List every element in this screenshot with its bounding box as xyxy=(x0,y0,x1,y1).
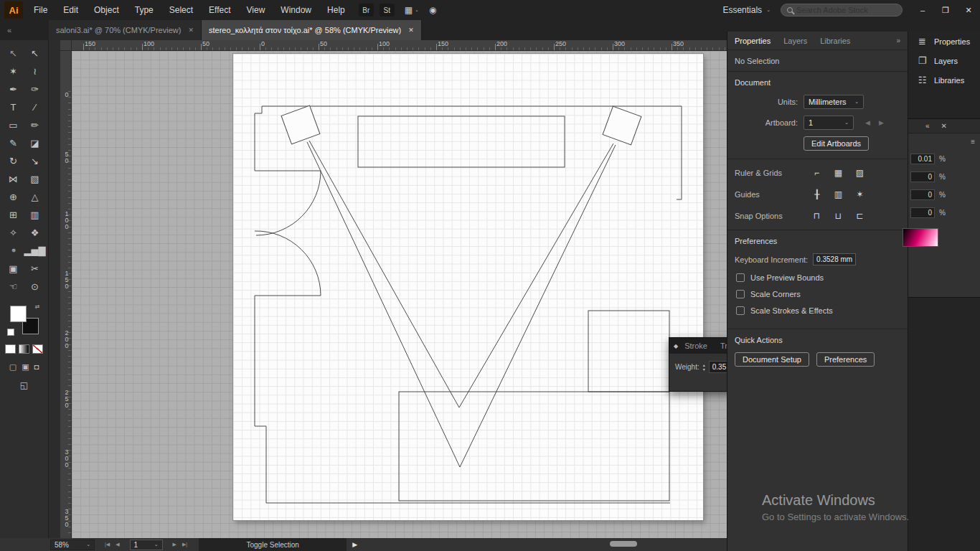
symbol-sprayer-tool[interactable]: ✵ xyxy=(3,242,24,260)
weight-stepper[interactable]: ▴ ▾ xyxy=(703,363,705,372)
menu-item[interactable]: Edit xyxy=(55,0,86,20)
show-grid-icon[interactable]: ▦ xyxy=(829,166,847,179)
fill-swatch[interactable] xyxy=(10,306,27,322)
close-tab-icon[interactable]: ✕ xyxy=(188,27,194,34)
draw-normal-icon[interactable]: ▢ xyxy=(9,362,17,372)
change-screen-mode-icon[interactable]: ◱ xyxy=(0,380,48,390)
dock-libraries[interactable]: ☷ Libraries xyxy=(908,70,980,90)
restore-button[interactable]: ❐ xyxy=(934,0,957,20)
collapse-dock-icon[interactable]: « xyxy=(0,20,19,40)
keyboard-increment-input[interactable]: 0.3528 mm xyxy=(813,253,856,265)
rotate-tool[interactable]: ↻ xyxy=(3,152,24,170)
gradient-button[interactable] xyxy=(19,344,29,354)
menu-item[interactable]: Object xyxy=(86,0,127,20)
gradient-tool[interactable]: ▥ xyxy=(24,206,46,224)
document-setup-button[interactable]: Document Setup xyxy=(735,352,809,367)
collapse-to-icons-icon[interactable]: « xyxy=(925,122,930,130)
horizontal-scrollbar[interactable] xyxy=(610,541,637,547)
previous-artboard-icon[interactable]: ◀ xyxy=(865,119,870,126)
menu-item[interactable]: Window xyxy=(273,0,319,20)
horizontal-ruler[interactable]: 15010050050100150200250300350 xyxy=(72,40,727,51)
eraser-tool[interactable]: ◪ xyxy=(24,134,46,152)
ruler-origin-corner[interactable] xyxy=(60,40,72,51)
workspace-switcher[interactable]: Essentials ⌄ xyxy=(722,5,771,15)
mesh-tool[interactable]: ⊞ xyxy=(3,206,24,224)
status-expand-icon[interactable]: ▶ xyxy=(352,541,357,548)
paintbrush-tool[interactable]: ✏ xyxy=(24,116,46,134)
color-value-input[interactable]: 0 xyxy=(910,189,935,200)
dock-properties[interactable]: ≣ Properties xyxy=(908,32,980,51)
adobe-stock-search[interactable] xyxy=(781,4,903,17)
snap-to-grid-icon[interactable]: ⊓ xyxy=(808,209,826,222)
previous-artboard-button[interactable]: ◀ xyxy=(116,542,119,547)
first-artboard-button[interactable]: |◀ xyxy=(105,542,110,547)
close-tab-icon[interactable]: ✕ xyxy=(408,27,414,34)
selection-tool[interactable]: ↖ xyxy=(3,44,24,62)
color-value-input[interactable]: 0.01 xyxy=(910,154,935,164)
panel-menu-icon[interactable]: ≡ xyxy=(971,138,975,146)
hand-tool[interactable]: ☜ xyxy=(3,278,24,296)
zoom-dropdown[interactable]: 58% ⌄ xyxy=(50,540,95,550)
checkbox[interactable] xyxy=(736,273,745,282)
vertical-ruler[interactable]: 050100150200250300350 xyxy=(60,51,72,538)
artboard-dropdown[interactable]: 1 ⌄ xyxy=(804,116,854,130)
stepper-down-icon[interactable]: ▾ xyxy=(703,367,705,372)
pencil-tool[interactable]: ✎ xyxy=(3,134,24,152)
last-artboard-button[interactable]: ▶| xyxy=(182,542,187,547)
document-tab-active[interactable]: stereo_κολλητά στον τοίχο.ai* @ 58% (CMY… xyxy=(202,20,422,40)
default-fill-stroke-icon[interactable] xyxy=(7,329,14,336)
zoom-tool[interactable]: ⊙ xyxy=(24,278,46,296)
minimize-button[interactable]: – xyxy=(911,0,934,20)
pen-tool[interactable]: ✒ xyxy=(3,80,24,98)
close-button[interactable]: ✕ xyxy=(957,0,980,20)
curvature-tool[interactable]: ✑ xyxy=(24,80,46,98)
transparency-grid-icon[interactable]: ▨ xyxy=(851,166,869,179)
snap-to-pixel-icon[interactable]: ⊏ xyxy=(851,209,869,222)
checkbox[interactable] xyxy=(736,290,745,298)
column-graph-tool[interactable]: ▂▅▇ xyxy=(24,242,46,260)
artboard-navigation-dropdown[interactable]: 1 ⌄ xyxy=(130,540,163,550)
type-tool[interactable]: T xyxy=(3,98,24,116)
tab-properties[interactable]: Properties xyxy=(735,37,771,45)
slice-tool[interactable]: ✂ xyxy=(24,260,46,278)
preferences-button[interactable]: Preferences xyxy=(816,352,875,367)
blend-tool[interactable]: ❖ xyxy=(24,224,46,242)
checkbox[interactable] xyxy=(736,306,745,315)
document-tab[interactable]: saloni3.ai* @ 70% (CMYK/Preview) ✕ xyxy=(49,20,202,40)
snap-to-point-icon[interactable]: ⊔ xyxy=(829,209,847,222)
shape-builder-tool[interactable]: ⊕ xyxy=(3,188,24,206)
menu-item[interactable]: Effect xyxy=(201,0,238,20)
floor-plan-drawing[interactable] xyxy=(72,51,727,538)
app-badge[interactable]: Br xyxy=(359,4,374,17)
search-input[interactable] xyxy=(796,6,896,14)
none-button[interactable] xyxy=(32,344,43,354)
color-value-input[interactable]: 0 xyxy=(910,207,935,218)
next-artboard-icon[interactable]: ▶ xyxy=(879,119,884,126)
artboard-tool[interactable]: ▣ xyxy=(3,260,24,278)
draw-behind-icon[interactable]: ▣ xyxy=(22,362,29,372)
swap-fill-stroke-icon[interactable]: ⇄ xyxy=(35,303,40,310)
direct-selection-tool[interactable]: ↖ xyxy=(24,44,46,62)
units-dropdown[interactable]: Millimeters ⌄ xyxy=(804,95,864,109)
width-tool[interactable]: ⋈ xyxy=(3,170,24,188)
menu-item[interactable]: View xyxy=(239,0,273,20)
rectangle-tool[interactable]: ▭ xyxy=(3,116,24,134)
perspective-grid-tool[interactable]: △ xyxy=(24,188,46,206)
line-segment-tool[interactable]: ∕ xyxy=(24,98,46,116)
magic-wand-tool[interactable]: ✶ xyxy=(3,62,24,80)
close-panel-icon[interactable]: ✕ xyxy=(941,122,947,130)
color-spectrum[interactable] xyxy=(903,228,938,247)
lasso-tool[interactable]: ≀ xyxy=(24,62,46,80)
eyedropper-tool[interactable]: ✧ xyxy=(3,224,24,242)
panel-overflow-icon[interactable]: » xyxy=(896,37,900,44)
arrange-documents-button[interactable]: ▦ ⌄ xyxy=(405,5,419,15)
edit-artboards-button[interactable]: Edit Artboards xyxy=(804,136,869,151)
menu-item[interactable]: File xyxy=(26,0,55,20)
pasteboard[interactable] xyxy=(72,51,727,538)
ruler-icon[interactable]: ⌐ xyxy=(808,166,826,179)
menu-item[interactable]: Type xyxy=(127,0,161,20)
lock-guides-icon[interactable]: ▥ xyxy=(829,187,847,201)
next-artboard-button[interactable]: ▶ xyxy=(173,542,176,547)
smart-guides-icon[interactable]: ✶ xyxy=(851,187,869,201)
dock-layers[interactable]: ❐ Layers xyxy=(908,51,980,70)
